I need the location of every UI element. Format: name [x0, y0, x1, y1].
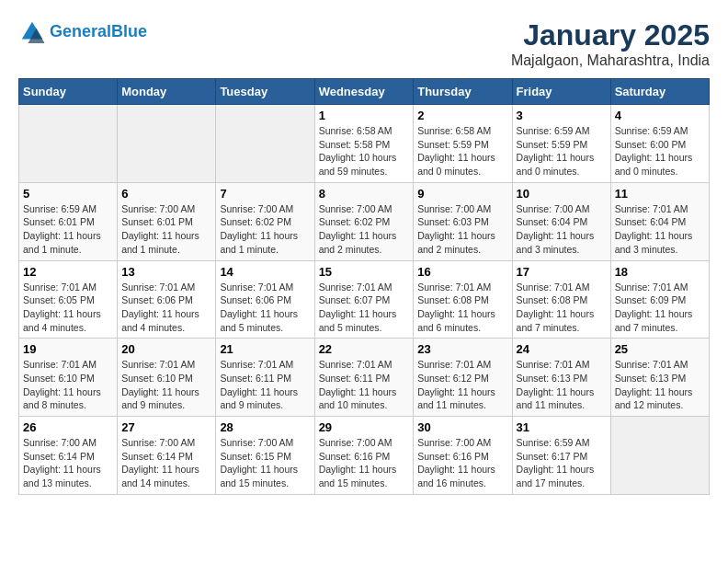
day-info: Sunrise: 7:01 AMSunset: 6:13 PMDaylight:…	[615, 358, 705, 412]
calendar-cell	[118, 105, 216, 183]
calendar-cell: 30Sunrise: 7:00 AMSunset: 6:16 PMDayligh…	[414, 417, 512, 495]
calendar-cell: 2Sunrise: 6:58 AMSunset: 5:59 PMDaylight…	[414, 105, 512, 183]
day-number: 1	[319, 109, 410, 122]
weekday-header: Thursday	[414, 79, 512, 105]
calendar-cell: 9Sunrise: 7:00 AMSunset: 6:03 PMDaylight…	[414, 182, 512, 260]
header: GeneralBlue January 2025 Majalgaon, Maha…	[18, 18, 710, 69]
calendar-cell: 29Sunrise: 7:00 AMSunset: 6:16 PMDayligh…	[314, 417, 414, 495]
calendar-cell: 23Sunrise: 7:01 AMSunset: 6:12 PMDayligh…	[414, 339, 512, 417]
logo-blue: Blue	[111, 22, 147, 40]
calendar-cell: 24Sunrise: 7:01 AMSunset: 6:13 PMDayligh…	[512, 339, 610, 417]
day-number: 14	[220, 265, 310, 279]
calendar-cell: 21Sunrise: 7:01 AMSunset: 6:11 PMDayligh…	[216, 339, 314, 417]
day-number: 29	[319, 420, 410, 434]
weekday-header: Sunday	[19, 79, 118, 105]
calendar-cell: 3Sunrise: 6:59 AMSunset: 5:59 PMDaylight…	[512, 105, 610, 183]
day-number: 24	[517, 342, 607, 356]
calendar-cell: 25Sunrise: 7:01 AMSunset: 6:13 PMDayligh…	[610, 339, 709, 417]
calendar-cell: 19Sunrise: 7:01 AMSunset: 6:10 PMDayligh…	[19, 339, 118, 417]
weekday-header: Wednesday	[314, 79, 414, 105]
weekday-header: Friday	[512, 79, 610, 105]
day-info: Sunrise: 7:00 AMSunset: 6:02 PMDaylight:…	[220, 202, 310, 257]
calendar-cell: 14Sunrise: 7:01 AMSunset: 6:06 PMDayligh…	[216, 260, 314, 339]
day-info: Sunrise: 7:00 AMSunset: 6:02 PMDaylight:…	[319, 202, 410, 257]
day-info: Sunrise: 7:01 AMSunset: 6:12 PMDaylight:…	[417, 358, 507, 412]
calendar-cell: 12Sunrise: 7:01 AMSunset: 6:05 PMDayligh…	[19, 260, 118, 339]
day-info: Sunrise: 7:01 AMSunset: 6:10 PMDaylight:…	[121, 358, 211, 412]
day-number: 5	[23, 187, 113, 201]
day-info: Sunrise: 7:01 AMSunset: 6:11 PMDaylight:…	[319, 358, 410, 412]
calendar-cell: 7Sunrise: 7:00 AMSunset: 6:02 PMDaylight…	[216, 182, 314, 260]
calendar-cell: 26Sunrise: 7:00 AMSunset: 6:14 PMDayligh…	[19, 417, 118, 495]
day-info: Sunrise: 6:59 AMSunset: 6:17 PMDaylight:…	[517, 436, 607, 490]
calendar-cell: 27Sunrise: 7:00 AMSunset: 6:14 PMDayligh…	[118, 417, 216, 495]
logo-text: GeneralBlue	[50, 23, 147, 41]
calendar-table: SundayMondayTuesdayWednesdayThursdayFrid…	[18, 78, 710, 495]
calendar-cell: 15Sunrise: 7:01 AMSunset: 6:07 PMDayligh…	[314, 260, 414, 339]
day-info: Sunrise: 7:01 AMSunset: 6:06 PMDaylight:…	[121, 281, 211, 335]
day-info: Sunrise: 7:00 AMSunset: 6:04 PMDaylight:…	[517, 202, 607, 257]
day-number: 28	[220, 420, 310, 434]
day-number: 25	[615, 342, 705, 356]
day-info: Sunrise: 7:01 AMSunset: 6:08 PMDaylight:…	[417, 281, 507, 335]
logo-general: General	[50, 22, 111, 40]
day-info: Sunrise: 7:01 AMSunset: 6:07 PMDaylight:…	[319, 281, 410, 335]
calendar-week-row: 5Sunrise: 6:59 AMSunset: 6:01 PMDaylight…	[19, 182, 710, 260]
day-number: 19	[23, 342, 113, 356]
day-info: Sunrise: 7:00 AMSunset: 6:14 PMDaylight:…	[23, 436, 113, 490]
day-info: Sunrise: 7:00 AMSunset: 6:16 PMDaylight:…	[417, 436, 507, 490]
logo: GeneralBlue	[18, 18, 147, 46]
day-info: Sunrise: 7:01 AMSunset: 6:10 PMDaylight:…	[23, 358, 113, 412]
calendar-cell	[216, 105, 314, 183]
title-section: January 2025 Majalgaon, Maharashtra, Ind…	[511, 18, 710, 69]
day-number: 27	[121, 420, 211, 434]
day-number: 6	[121, 187, 211, 201]
calendar-cell	[610, 417, 709, 495]
day-info: Sunrise: 7:01 AMSunset: 6:13 PMDaylight:…	[517, 358, 607, 412]
day-number: 2	[417, 109, 507, 122]
calendar-cell: 10Sunrise: 7:00 AMSunset: 6:04 PMDayligh…	[512, 182, 610, 260]
calendar-cell: 4Sunrise: 6:59 AMSunset: 6:00 PMDaylight…	[610, 105, 709, 183]
calendar-cell: 16Sunrise: 7:01 AMSunset: 6:08 PMDayligh…	[414, 260, 512, 339]
day-number: 16	[417, 265, 507, 279]
day-number: 9	[417, 187, 507, 201]
day-number: 10	[517, 187, 607, 201]
day-info: Sunrise: 7:00 AMSunset: 6:15 PMDaylight:…	[220, 436, 310, 490]
calendar-cell: 31Sunrise: 6:59 AMSunset: 6:17 PMDayligh…	[512, 417, 610, 495]
calendar-week-row: 19Sunrise: 7:01 AMSunset: 6:10 PMDayligh…	[19, 339, 710, 417]
calendar-week-row: 26Sunrise: 7:00 AMSunset: 6:14 PMDayligh…	[19, 417, 710, 495]
day-number: 11	[615, 187, 705, 201]
calendar-cell: 8Sunrise: 7:00 AMSunset: 6:02 PMDaylight…	[314, 182, 414, 260]
calendar-cell: 22Sunrise: 7:01 AMSunset: 6:11 PMDayligh…	[314, 339, 414, 417]
day-number: 12	[23, 265, 113, 279]
calendar-week-row: 1Sunrise: 6:58 AMSunset: 5:58 PMDaylight…	[19, 105, 710, 183]
day-info: Sunrise: 7:01 AMSunset: 6:06 PMDaylight:…	[220, 281, 310, 335]
day-info: Sunrise: 7:01 AMSunset: 6:05 PMDaylight:…	[23, 281, 113, 335]
day-info: Sunrise: 7:00 AMSunset: 6:16 PMDaylight:…	[319, 436, 410, 490]
day-number: 17	[517, 265, 607, 279]
day-info: Sunrise: 7:00 AMSunset: 6:01 PMDaylight:…	[121, 202, 211, 257]
calendar-cell: 5Sunrise: 6:59 AMSunset: 6:01 PMDaylight…	[19, 182, 118, 260]
day-number: 22	[319, 342, 410, 356]
day-number: 30	[417, 420, 507, 434]
day-number: 23	[417, 342, 507, 356]
day-number: 7	[220, 187, 310, 201]
day-number: 26	[23, 420, 113, 434]
calendar-subtitle: Majalgaon, Maharashtra, India	[511, 52, 710, 69]
day-number: 18	[615, 265, 705, 279]
day-number: 21	[220, 342, 310, 356]
calendar-cell: 20Sunrise: 7:01 AMSunset: 6:10 PMDayligh…	[118, 339, 216, 417]
calendar-cell: 6Sunrise: 7:00 AMSunset: 6:01 PMDaylight…	[118, 182, 216, 260]
weekday-header: Tuesday	[216, 79, 314, 105]
day-number: 3	[517, 109, 607, 122]
day-number: 15	[319, 265, 410, 279]
day-info: Sunrise: 7:01 AMSunset: 6:04 PMDaylight:…	[615, 202, 705, 257]
day-info: Sunrise: 6:58 AMSunset: 5:59 PMDaylight:…	[417, 124, 507, 178]
day-info: Sunrise: 6:59 AMSunset: 6:01 PMDaylight:…	[23, 202, 113, 257]
day-number: 20	[121, 342, 211, 356]
day-info: Sunrise: 7:01 AMSunset: 6:09 PMDaylight:…	[615, 281, 705, 335]
calendar-cell: 11Sunrise: 7:01 AMSunset: 6:04 PMDayligh…	[610, 182, 709, 260]
calendar-cell	[19, 105, 118, 183]
calendar-cell: 1Sunrise: 6:58 AMSunset: 5:58 PMDaylight…	[314, 105, 414, 183]
day-number: 8	[319, 187, 410, 201]
